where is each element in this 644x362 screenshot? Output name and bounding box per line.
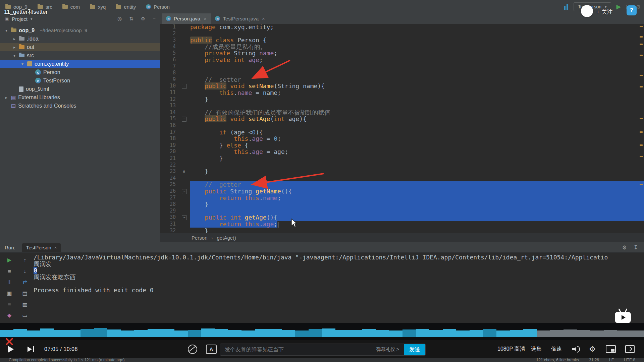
code-line[interactable]: 12 } <box>160 96 644 103</box>
code-line[interactable]: 15− public void setAge(int age){ <box>160 116 644 122</box>
tree-item-oop-9-iml[interactable]: oop_9.iml <box>0 85 160 93</box>
chevron-down-icon[interactable]: ▾ <box>12 53 17 58</box>
fold-icon[interactable]: ∧ <box>182 169 186 174</box>
up-stack-button[interactable]: ↑ <box>21 256 29 263</box>
code-line[interactable]: 3public class Person { <box>160 37 644 44</box>
code-line[interactable]: 23∧ } <box>160 168 644 175</box>
tree-item-com-xyq-entity[interactable]: ▾com.xyq.entity <box>0 60 160 68</box>
breadcrumb-class[interactable]: Person <box>192 235 208 241</box>
close-icon[interactable]: × <box>204 16 206 21</box>
code-line[interactable]: 30− public int getAge(){ <box>160 214 644 221</box>
code-line[interactable]: 27 return this.name; <box>160 195 644 201</box>
close-icon[interactable]: × <box>262 16 265 21</box>
status-item[interactable]: 121 chars, 6 line breaks <box>536 358 579 362</box>
fold-icon[interactable]: − <box>182 117 187 122</box>
stripe-mark[interactable] <box>640 36 643 38</box>
status-item[interactable]: UTF-8 <box>624 358 635 362</box>
danmaku-style-button[interactable]: A <box>206 340 217 358</box>
locate-icon[interactable]: ◎ <box>117 16 122 22</box>
mini-player-button[interactable] <box>606 340 616 358</box>
stop-button[interactable]: ■ <box>5 267 13 275</box>
tree-item--idea[interactable]: ▸.idea <box>0 35 160 43</box>
tree-item-oop-9[interactable]: ▾oop_9~/IdeaProjects/oop_9 <box>0 26 160 35</box>
tab-testperson-java[interactable]: cTestPerson.java× <box>211 13 269 24</box>
player-settings-button[interactable]: ⚙ <box>589 340 596 358</box>
stripe-mark[interactable] <box>640 118 643 119</box>
rerun-button[interactable]: ▶ <box>5 256 13 263</box>
clear-console-button[interactable]: ▭ <box>21 312 29 319</box>
code-line[interactable]: 25 // getter <box>160 181 644 188</box>
close-icon[interactable]: × <box>54 245 57 250</box>
toolbar-breadcrumb-item[interactable]: com <box>62 4 80 10</box>
restore-layout-button[interactable]: ⇄ <box>21 279 29 286</box>
fullscreen-button[interactable] <box>625 340 635 358</box>
danmaku-input[interactable] <box>220 347 376 353</box>
status-item[interactable]: LF <box>609 358 614 362</box>
breadcrumb-method[interactable]: getAge() <box>217 235 236 241</box>
console-menu-button[interactable]: ≡ <box>5 301 13 308</box>
chevron-right-icon[interactable]: ▸ <box>12 45 17 50</box>
code-line[interactable]: 5 private String name; <box>160 50 644 57</box>
stripe-mark[interactable] <box>640 156 643 157</box>
chevron-down-icon[interactable]: ▾ <box>20 62 25 66</box>
code-line[interactable]: 8 <box>160 70 644 76</box>
tool-window-icon[interactable] <box>564 3 568 10</box>
code-editor[interactable]: 1package com.xyq.entity;23public class P… <box>160 24 644 233</box>
code-line[interactable]: 6 private int age; <box>160 57 644 63</box>
soft-wrap-button[interactable]: ◆ <box>5 312 13 319</box>
danmaku-toggle[interactable] <box>188 340 197 358</box>
tree-item-testperson[interactable]: cTestPerson <box>0 76 160 85</box>
follow-button[interactable]: + 关注 <box>596 8 613 16</box>
code-line[interactable]: 14 // 有效的保护我们的成员变量不被胡乱的赋值 <box>160 109 644 116</box>
tree-item-person[interactable]: cPerson <box>0 68 160 76</box>
pin-icon[interactable]: ↧ <box>634 244 638 251</box>
code-line[interactable]: 31 return this.age; <box>160 221 644 228</box>
status-item[interactable]: 31:26 <box>589 358 599 362</box>
run-button[interactable]: ▶ <box>616 3 621 10</box>
send-button[interactable]: 发送 <box>404 344 425 355</box>
code-line[interactable]: 10− public void setName(String name){ <box>160 83 644 89</box>
run-tab[interactable]: TestPerson × <box>22 243 61 252</box>
toolbar-breadcrumb-item[interactable]: entity <box>116 4 136 10</box>
speed-button[interactable]: 倍速 <box>551 340 562 358</box>
code-line[interactable]: 13 <box>160 103 644 109</box>
code-line[interactable]: 28 } <box>160 201 644 208</box>
seek-bar[interactable] <box>0 328 644 337</box>
code-line[interactable]: 32 } <box>160 228 644 233</box>
updown-icon[interactable]: ⇅ <box>129 16 133 22</box>
code-line[interactable]: 9 // setter <box>160 76 644 83</box>
stripe-mark[interactable] <box>640 86 643 87</box>
stripe-mark[interactable] <box>640 75 643 76</box>
stripe-mark[interactable] <box>640 131 643 133</box>
code-line[interactable]: 20 this.age = age; <box>160 148 644 155</box>
stripe-mark[interactable] <box>640 26 643 27</box>
chevron-right-icon[interactable]: ▸ <box>4 95 9 100</box>
code-line[interactable]: 16 <box>160 122 644 129</box>
settings-icon[interactable]: ⚙ <box>141 16 145 22</box>
code-line[interactable]: 4 //成员变量是私有的。 <box>160 44 644 50</box>
down-stack-button[interactable]: ↓ <box>21 267 29 275</box>
chevron-right-icon[interactable]: ▸ <box>12 37 17 41</box>
grid-button[interactable]: ▦ <box>21 301 29 308</box>
quality-button[interactable]: 1080P 高清 <box>497 340 525 358</box>
fold-icon[interactable]: − <box>182 215 187 220</box>
code-line[interactable]: 17 if (age <0){ <box>160 129 644 136</box>
hide-icon[interactable]: − <box>153 16 156 22</box>
chevron-down-icon[interactable]: ▾ <box>4 28 9 33</box>
code-line[interactable]: 24 <box>160 175 644 182</box>
toolbar-breadcrumb-item[interactable]: xyq <box>90 4 106 10</box>
pause-button[interactable]: ‖ <box>5 279 13 286</box>
stripe-mark[interactable] <box>640 144 643 146</box>
tree-item-scratches-and-consoles[interactable]: ▤Scratches and Consoles <box>0 102 160 110</box>
code-line[interactable]: 26− public String getName(){ <box>160 188 644 195</box>
stripe-mark[interactable] <box>640 184 643 185</box>
toolbar-breadcrumb-item[interactable]: cPerson <box>146 4 170 10</box>
settings-icon[interactable]: ⚙ <box>622 244 627 251</box>
volume-button[interactable] <box>572 340 580 358</box>
code-line[interactable]: 19 } else { <box>160 142 644 149</box>
help-button[interactable]: ? <box>627 5 637 15</box>
code-line[interactable]: 11 this.name = name; <box>160 89 644 96</box>
uploader-avatar[interactable] <box>581 5 593 17</box>
tab-person-java[interactable]: cPerson.java× <box>162 13 211 24</box>
stripe-mark[interactable] <box>640 44 643 45</box>
